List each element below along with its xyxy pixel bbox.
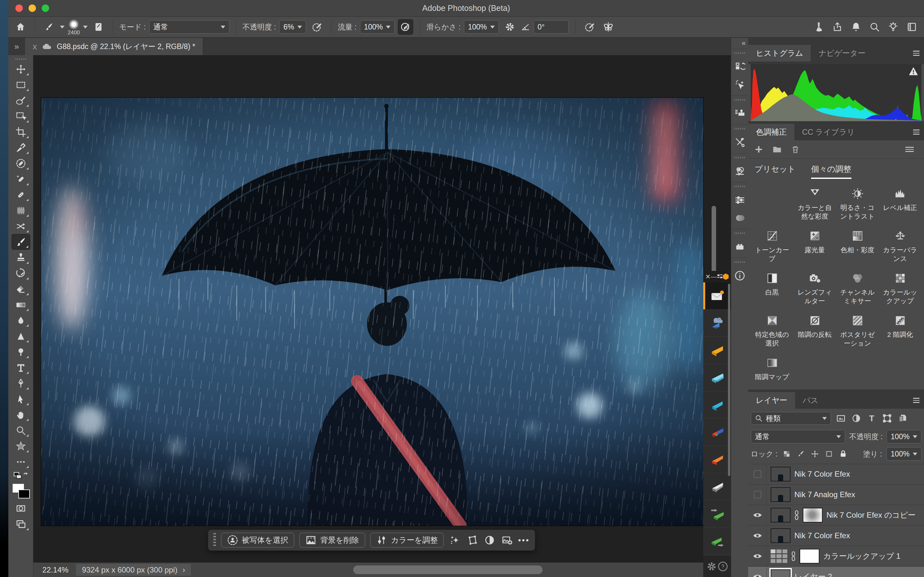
remove-tool[interactable] (11, 155, 30, 171)
lock-transparency-icon[interactable] (782, 449, 792, 459)
layer-row[interactable]: Nik 7 Analog Efex (748, 485, 924, 505)
nik-item-news[interactable] (703, 282, 731, 309)
layer-row[interactable]: Nik 7 Color Efex (748, 464, 924, 485)
layer-thumbnail[interactable] (771, 569, 790, 577)
move-tool[interactable] (11, 61, 30, 77)
notifications-bell-icon[interactable] (848, 19, 864, 35)
path-selection-tool[interactable] (11, 391, 30, 407)
airbrush-toggle[interactable] (398, 19, 413, 35)
generative-sparkle-icon[interactable] (449, 534, 461, 546)
nik-item-silver-efex-cyan[interactable] (703, 392, 731, 419)
mask-link-icon[interactable] (795, 510, 799, 520)
mask-link-icon[interactable] (791, 551, 796, 561)
properties-panel-icon[interactable] (733, 193, 746, 206)
adj-channel-mixer[interactable]: チャンネルミキサー (836, 271, 879, 305)
blur-tool[interactable] (11, 313, 30, 328)
content-aware-move-tool[interactable] (11, 218, 30, 234)
nik-minimize-icon[interactable]: — (711, 274, 717, 280)
flow-select[interactable]: 100% (360, 20, 395, 34)
tab-cc-libraries[interactable]: CC ライブラリ (795, 124, 863, 140)
nik-item-hdr-efex[interactable] (703, 446, 731, 473)
adj-color-lookup[interactable]: カラールックアップ (879, 271, 921, 305)
pressure-opacity-toggle[interactable] (309, 19, 325, 35)
nik-item-dfine[interactable] (703, 528, 731, 555)
info-panel-icon[interactable] (733, 269, 746, 282)
taskbar-more-options[interactable]: ••• (518, 535, 530, 545)
discover-wand-icon[interactable] (733, 78, 746, 91)
swap-default-colors[interactable] (11, 470, 30, 482)
document-size-readout[interactable]: 9324 px x 6000 px (300 ppi) › (76, 564, 191, 576)
tab-paths[interactable]: パス (795, 392, 826, 409)
nik-item-color-efex[interactable] (703, 364, 731, 392)
layer-row[interactable]: Nik 7 Color Efex (748, 526, 924, 546)
layer-opacity-select[interactable]: 100% (887, 430, 921, 443)
layer-blend-mode-select[interactable]: 通常 (751, 430, 845, 443)
plugins-panel-icon[interactable] (733, 240, 746, 253)
nik-item-viveza[interactable] (703, 419, 731, 446)
histogram-panel-menu-icon[interactable] (913, 45, 919, 61)
nik-item-analog-efex[interactable] (703, 337, 731, 364)
nik-item-sharpener[interactable] (703, 500, 731, 528)
marquee-tool[interactable] (11, 77, 30, 93)
beta-flask-icon[interactable] (811, 19, 827, 35)
toolbar-grip[interactable] (15, 58, 26, 60)
history-panel-icon[interactable] (733, 60, 746, 73)
taskbar-drag-handle[interactable] (213, 533, 216, 547)
zoom-tool[interactable] (11, 422, 30, 438)
tab-adjustments[interactable]: 色調補正 (748, 124, 795, 140)
adj-brightness-contrast[interactable]: 明るさ・コントラスト (836, 187, 879, 221)
brush-preview[interactable]: 2400 (68, 19, 80, 35)
filter-pixel-layers-icon[interactable] (835, 413, 846, 424)
select-subject-button[interactable]: 被写体を選択 (221, 533, 294, 548)
new-group-folder-icon[interactable] (772, 144, 782, 155)
opacity-select[interactable]: 6% (279, 20, 306, 34)
layer-thumbnail[interactable] (771, 508, 790, 522)
canvas-area[interactable]: 被写体を選択 背景を削除 カラーを調整 ••• (33, 55, 731, 562)
shape-tool-star[interactable] (11, 438, 30, 454)
sharpen-tool[interactable] (11, 328, 30, 344)
transform-icon[interactable] (466, 534, 478, 546)
tab-histogram[interactable]: ヒストグラム (748, 45, 811, 61)
visibility-toggle[interactable] (748, 464, 767, 484)
background-color-swatch[interactable] (18, 490, 30, 498)
foreground-background-swatches[interactable] (12, 484, 30, 500)
dodge-tool[interactable] (11, 344, 30, 359)
layer-name[interactable]: Nik 7 Analog Efex (795, 490, 855, 499)
canvas-horizontal-scrollbar[interactable] (353, 566, 543, 574)
object-selection-tool[interactable] (11, 108, 30, 124)
history-brush-tool[interactable] (11, 266, 30, 281)
filter-smart-objects-icon[interactable] (897, 413, 908, 424)
adj-curves[interactable]: トーンカーブ (751, 229, 793, 263)
hidden-visibility-checkbox[interactable] (754, 470, 761, 478)
document-canvas[interactable] (41, 98, 703, 526)
gradient-tool[interactable] (11, 297, 30, 313)
adj-selective-color[interactable]: 特定色域の選択 (751, 314, 793, 348)
layer-name[interactable]: カラールックアップ 1 (823, 551, 901, 561)
layer-row[interactable]: Nik 7 Color Efex のコピー (748, 505, 924, 526)
lock-pixels-brush-icon[interactable] (796, 449, 806, 459)
adj-posterize[interactable]: ポスタリゼーション (836, 314, 879, 348)
visibility-toggle[interactable] (748, 485, 767, 504)
layer-name[interactable]: レイヤー 2 (795, 572, 832, 577)
patch-tool[interactable] (11, 203, 30, 218)
type-tool[interactable] (11, 359, 30, 376)
brush-angle-field[interactable]: 0° (533, 20, 569, 34)
layer-filter-select[interactable]: 種類 (751, 412, 831, 425)
pressure-size-toggle[interactable] (582, 19, 598, 35)
eraser-tool[interactable] (11, 281, 30, 297)
layer-name[interactable]: Nik 7 Color Efex のコピー (827, 510, 916, 520)
hand-tool[interactable] (11, 407, 30, 422)
nik-item-photolab[interactable] (703, 309, 731, 337)
home-button[interactable] (13, 19, 28, 35)
tab-navigator[interactable]: ナビゲーター (811, 45, 873, 61)
lock-all-icon[interactable] (838, 449, 848, 459)
adjust-color-button[interactable]: カラーを調整 (370, 533, 444, 548)
eyedropper-tool[interactable] (11, 140, 30, 155)
smoothing-select[interactable]: 100% (464, 20, 499, 34)
toggle-brush-settings-button[interactable] (91, 19, 106, 35)
share-icon[interactable] (830, 19, 845, 35)
zoom-level-field[interactable]: 22.14% (42, 566, 68, 574)
quick-mask-toggle[interactable] (11, 500, 30, 516)
search-icon[interactable] (867, 19, 882, 35)
layer-fill-select[interactable]: 100% (887, 447, 921, 461)
